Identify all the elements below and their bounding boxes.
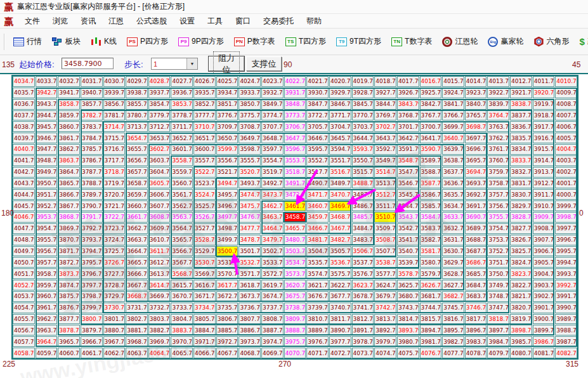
- grid-cell[interactable]: 3497.79: [216, 212, 238, 223]
- grid-cell[interactable]: 3885.79: [216, 325, 238, 336]
- grid-cell[interactable]: 3616.79: [193, 280, 216, 290]
- grid-cell[interactable]: 3942.79: [36, 88, 58, 98]
- grid-cell[interactable]: 3495.79: [216, 189, 238, 200]
- grid-cell[interactable]: 3648.79: [261, 133, 284, 143]
- grid-cell[interactable]: 3989.79: [555, 314, 577, 325]
- grid-cell[interactable]: 3508.79: [374, 235, 396, 245]
- grid-cell[interactable]: 3573.79: [284, 268, 306, 279]
- grid-cell[interactable]: 3466.79: [306, 223, 329, 234]
- grid-cell[interactable]: 3732.79: [148, 303, 171, 313]
- grid-cell[interactable]: 3874.79: [58, 280, 80, 290]
- grid-cell[interactable]: 3531.79: [216, 257, 238, 268]
- grid-cell[interactable]: 3837.79: [510, 110, 532, 121]
- grid-cell[interactable]: 3741.79: [352, 303, 374, 313]
- grid-cell[interactable]: 3569.79: [193, 268, 216, 279]
- grid-cell[interactable]: 3689.79: [465, 223, 487, 234]
- grid-cell[interactable]: 4035.79: [13, 88, 35, 98]
- toolbar-button-板块[interactable]: 板块: [47, 33, 86, 50]
- grid-cell[interactable]: 3815.79: [420, 314, 442, 325]
- grid-cell[interactable]: 4011.79: [533, 76, 555, 87]
- grid-cell[interactable]: 4005.79: [555, 133, 577, 143]
- grid-cell[interactable]: 3755.79: [487, 212, 509, 223]
- grid-cell[interactable]: 3892.79: [374, 325, 396, 336]
- grid-cell[interactable]: 3695.79: [465, 155, 487, 166]
- grid-cell[interactable]: 4036.79: [13, 99, 35, 110]
- grid-cell[interactable]: 3540.79: [397, 246, 419, 257]
- grid-cell[interactable]: 3865.79: [58, 178, 80, 189]
- grid-cell[interactable]: 3663.79: [126, 235, 148, 245]
- grid-cell[interactable]: 3615.79: [171, 280, 193, 290]
- grid-cell[interactable]: 4012.79: [510, 76, 532, 87]
- grid-cell[interactable]: 3983.79: [465, 336, 487, 347]
- grid-cell[interactable]: 3523.79: [193, 178, 216, 189]
- grid-cell[interactable]: 4039.79: [13, 133, 35, 143]
- grid-cell[interactable]: 3610.79: [148, 235, 171, 245]
- grid-cell[interactable]: 3799.79: [81, 303, 103, 313]
- grid-cell[interactable]: 3797.79: [81, 280, 103, 290]
- menu-item-浏览[interactable]: 浏览: [46, 15, 74, 27]
- grid-cell[interactable]: 3784.79: [81, 133, 103, 143]
- grid-cell[interactable]: 3906.79: [533, 246, 555, 257]
- grid-cell[interactable]: 3737.79: [261, 303, 284, 313]
- menu-item-工具[interactable]: 工具: [201, 15, 229, 27]
- grid-cell[interactable]: 3477.79: [238, 223, 261, 234]
- grid-cell[interactable]: 3614.79: [148, 280, 171, 290]
- grid-cell[interactable]: 3833.79: [510, 155, 532, 166]
- grid-cell[interactable]: 3943.79: [36, 99, 58, 110]
- grid-cell[interactable]: 3838.79: [510, 99, 532, 110]
- grid-cell[interactable]: 4015.79: [442, 76, 464, 87]
- grid-cell[interactable]: 3460.79: [306, 200, 329, 211]
- grid-cell[interactable]: 4025.79: [216, 76, 238, 87]
- grid-cell[interactable]: 3465.79: [284, 223, 306, 234]
- grid-cell[interactable]: 3486.79: [352, 200, 374, 211]
- grid-cell[interactable]: 3993.79: [555, 268, 577, 279]
- grid-cell[interactable]: 3742.79: [374, 303, 396, 313]
- grid-cell[interactable]: 3765.79: [465, 110, 487, 121]
- grid-cell[interactable]: 3824.79: [510, 257, 532, 268]
- grid-cell[interactable]: 3840.79: [465, 99, 487, 110]
- grid-cell[interactable]: 3604.79: [148, 167, 171, 178]
- grid-cell[interactable]: 3487.79: [352, 189, 374, 200]
- grid-cell[interactable]: 3975.79: [284, 336, 306, 347]
- grid-cell[interactable]: 3829.79: [510, 200, 532, 211]
- grid-cell[interactable]: 3979.79: [374, 336, 396, 347]
- grid-cell[interactable]: 3881.79: [126, 325, 148, 336]
- grid-cell[interactable]: 3522.79: [193, 167, 216, 178]
- grid-cell[interactable]: 3868.79: [58, 212, 80, 223]
- grid-cell[interactable]: 3659.79: [126, 189, 148, 200]
- grid-cell[interactable]: 3754.79: [487, 223, 509, 234]
- grid-cell[interactable]: 3484.79: [352, 223, 374, 234]
- grid-cell[interactable]: 3705.79: [306, 121, 329, 132]
- grid-cell[interactable]: 3962.79: [36, 314, 58, 325]
- grid-cell[interactable]: 3483.79: [352, 235, 374, 245]
- grid-cell[interactable]: 3808.79: [261, 314, 284, 325]
- grid-cell[interactable]: 4030.79: [103, 76, 126, 87]
- grid-cell[interactable]: 3949.79: [36, 167, 58, 178]
- grid-cell[interactable]: 3613.79: [148, 268, 171, 279]
- grid-cell[interactable]: 3800.79: [81, 314, 103, 325]
- grid-cell[interactable]: 3926.79: [397, 88, 419, 98]
- grid-cell[interactable]: 4009.79: [555, 88, 577, 98]
- grid-cell[interactable]: 3656.79: [126, 155, 148, 166]
- grid-cell[interactable]: 3746.79: [465, 303, 487, 313]
- resistance-button[interactable]: 阻力位: [209, 56, 244, 71]
- grid-cell[interactable]: 3481.79: [306, 235, 329, 245]
- grid-cell[interactable]: 3888.79: [284, 325, 306, 336]
- grid-cell[interactable]: 3850.79: [238, 99, 261, 110]
- grid-cell[interactable]: 3802.79: [126, 314, 148, 325]
- grid-cell[interactable]: 3842.79: [420, 99, 442, 110]
- grid-cell[interactable]: 3997.79: [555, 223, 577, 234]
- grid-cell[interactable]: 3472.79: [284, 189, 306, 200]
- grid-cell[interactable]: 3889.79: [306, 325, 329, 336]
- toolbar-button-9P四方形[interactable]: P99P四方形: [173, 33, 229, 50]
- grid-cell[interactable]: 3599.79: [216, 144, 238, 155]
- grid-cell[interactable]: 3779.79: [148, 110, 171, 121]
- grid-cell[interactable]: 3635.79: [442, 189, 464, 200]
- grid-cell[interactable]: 3585.79: [420, 200, 442, 211]
- grid-cell[interactable]: 3503.79: [284, 246, 306, 257]
- grid-cell[interactable]: 3686.79: [465, 257, 487, 268]
- grid-cell[interactable]: 3681.79: [420, 291, 442, 302]
- grid-cell[interactable]: 3496.79: [216, 200, 238, 211]
- grid-cell[interactable]: 3930.79: [306, 88, 329, 98]
- toolbar-button-P数字表[interactable]: PNP数字表: [229, 33, 280, 50]
